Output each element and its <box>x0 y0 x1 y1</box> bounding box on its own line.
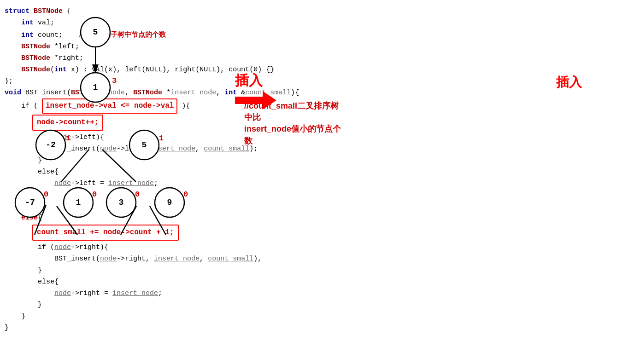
node-1-left-label: 1 <box>76 198 81 207</box>
insert-arrow-icon <box>235 91 276 110</box>
node-minus2-count: 1 <box>66 134 70 143</box>
node-1-left-count: 0 <box>92 190 97 199</box>
node-9-count: 0 <box>183 190 188 199</box>
insert-text: 插入 <box>235 73 264 88</box>
node-5-right-count: 1 <box>159 134 164 143</box>
node-minus2-label: -2 <box>46 140 56 150</box>
tree-diagram: 插入 5 1 3 -2 1 5 1 -7 0 1 0 3 0 9 0 <box>0 0 296 364</box>
node-minus7-count: 0 <box>44 190 48 199</box>
node-3-count: 0 <box>135 190 140 199</box>
node-5-insert-label: 5 <box>93 28 98 37</box>
edge-n1-n5 <box>102 150 136 182</box>
node-1-root-label: 1 <box>93 83 98 92</box>
node-minus7-label: -7 <box>25 198 35 207</box>
node-9-label: 9 <box>167 198 172 207</box>
insert-label: 插入 <box>556 74 582 91</box>
edge-n1-nm2 <box>61 150 89 182</box>
node-5-right-label: 5 <box>142 140 147 150</box>
node-3-label: 3 <box>119 198 124 207</box>
node-1-count: 3 <box>112 76 117 85</box>
